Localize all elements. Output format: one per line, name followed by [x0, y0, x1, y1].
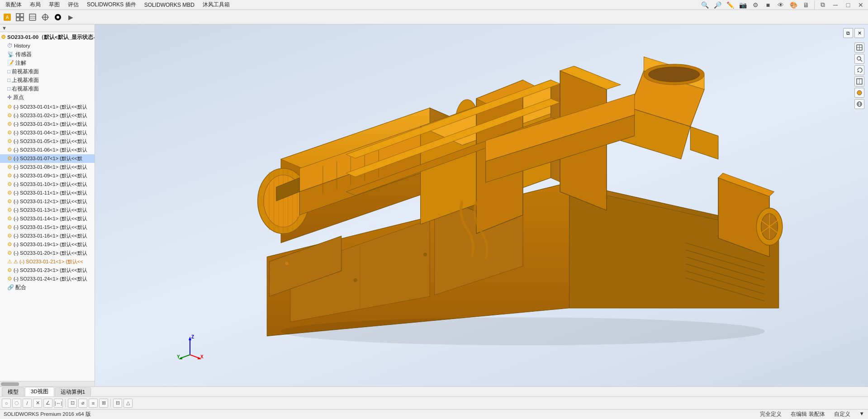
svg-text:Y: Y [177, 354, 180, 359]
part-icon-p21: ⚠ [7, 258, 12, 266]
tree-item-p20[interactable]: ⚙(-) SO233-01-20<1> (默认<<默认 [0, 249, 95, 257]
tree-item-p16[interactable]: ⚙(-) SO233-01-16<1> (默认<<默认 [0, 232, 95, 240]
pencil-icon[interactable]: ✏️ [725, 0, 735, 10]
tree-item-p05[interactable]: ⚙(-) SO233-01-05<1> (默认<<默认 [0, 137, 95, 146]
part-icon-p11: ⚙ [7, 189, 12, 197]
rotate-icon[interactable] [854, 65, 864, 75]
zoom-icon[interactable] [854, 54, 864, 64]
globe-icon[interactable] [854, 99, 864, 109]
menu-sw-mbd[interactable]: SOLIDWORKS MBD [141, 1, 198, 9]
sensor-label: 传感器 [15, 51, 32, 58]
camera-icon[interactable]: 📷 [737, 0, 748, 10]
svg-rect-3 [20, 14, 24, 17]
toolbar-more-icon[interactable]: ▶ [65, 12, 76, 23]
bt-angle-icon[interactable]: ∠ [43, 399, 52, 408]
maximize-icon[interactable]: □ [843, 0, 854, 10]
part-icon-p15: ⚙ [7, 224, 12, 231]
bt-line-icon[interactable]: / [23, 399, 32, 408]
tree-item-p02[interactable]: ⚙(-) SO233-01-02<1> (默认<<默认 [0, 111, 95, 120]
viewport-maximize-icon[interactable]: ⧉ [843, 28, 853, 38]
status-dropdown[interactable]: ▼ [859, 411, 864, 418]
tree-item-top-plane[interactable]: □ 上视基准面 [0, 76, 95, 85]
part-icon-p03: ⚙ [7, 120, 12, 128]
menu-evaluate[interactable]: 评估 [64, 0, 82, 10]
bt-measure-icon[interactable]: ⌀ [78, 399, 87, 408]
tree-item-sensor[interactable]: 📡 传感器 [0, 50, 95, 59]
bt-circle-icon[interactable]: ○ [2, 399, 11, 408]
tree-item-p06[interactable]: ⚙(-) SO233-01-06<1> (默认<<默认 [0, 146, 95, 154]
tree-item-p15[interactable]: ⚙(-) SO233-01-15<1> (默认<<默认 [0, 223, 95, 232]
tree-item-p13[interactable]: ⚙(-) SO233-01-13<1> (默认<<默认 [0, 206, 95, 214]
filter-icon[interactable]: ▼ [2, 25, 7, 31]
tab-motion[interactable]: 运动算例1 [55, 387, 91, 396]
tree-item-p03[interactable]: ⚙(-) SO233-01-03<1> (默认<<默认 [0, 120, 95, 129]
tree-item-p19[interactable]: ⚙(-) SO233-01-19<1> (默认<<默认 [0, 240, 95, 249]
toolbar-grid-icon[interactable] [14, 12, 25, 23]
bt-cross-icon[interactable]: ✕ [33, 399, 42, 408]
tree-item-p23[interactable]: ⚙(-) SO233-01-23<1> (默认<<默认 [0, 266, 95, 275]
bt-sep1 [65, 399, 66, 407]
tree-item-notes[interactable]: 📝 注解 [0, 59, 95, 67]
bt-dim2-icon[interactable]: ≡ [89, 399, 98, 408]
tree-item-front-plane[interactable]: □ 前视基准面 [0, 67, 95, 76]
bt-dim1-icon[interactable]: |↔| [54, 399, 63, 408]
svg-point-95 [857, 90, 862, 95]
tree-item-p21[interactable]: ⚠⚠ (-) SO233-01-21<1> (默认<< [0, 257, 95, 266]
viewport-close-icon[interactable]: ✕ [854, 28, 864, 38]
tab-model[interactable]: 模型 [2, 387, 24, 396]
tree-item-root[interactable]: ⚙ SO233-01-00（默认<默认_显示状态-1> [0, 33, 95, 42]
bt-constraint-icon[interactable]: ⊞ [99, 399, 108, 408]
left-scrollbar[interactable] [0, 381, 95, 386]
tree-item-mating[interactable]: 🔗 配合 [0, 283, 95, 292]
tree-item-p08[interactable]: ⚙(-) SO233-01-08<1> (默认<<默认 [0, 163, 95, 171]
bt-triangle-icon[interactable]: △ [123, 399, 133, 408]
eye-icon[interactable]: 👁 [775, 0, 786, 10]
search2-icon[interactable]: 🔎 [712, 0, 723, 10]
part-icon-p08: ⚙ [7, 163, 12, 171]
origin-icon: ✛ [7, 94, 12, 101]
tree-item-p10[interactable]: ⚙(-) SO233-01-10<1> (默认<<默认 [0, 180, 95, 189]
display-icon[interactable]: 🖥 [801, 0, 811, 10]
svg-marker-92 [858, 71, 859, 72]
close-icon[interactable]: ✕ [855, 0, 866, 10]
settings-icon[interactable]: ⚙ [750, 0, 761, 10]
scroll-thumb[interactable] [1, 382, 19, 386]
tree-item-origin[interactable]: ✛ 原点 [0, 93, 95, 102]
color-wheel-icon[interactable]: 🎨 [788, 0, 799, 10]
cube-icon[interactable]: ■ [763, 0, 773, 10]
toolbar-assemble-icon[interactable]: A [2, 12, 13, 23]
tree-item-p11[interactable]: ⚙(-) SO233-01-11<1> (默认<<默认 [0, 189, 95, 197]
tab-3d[interactable]: 3D视图 [25, 387, 54, 396]
tree-item-p12[interactable]: ⚙(-) SO233-01-12<1> (默认<<默认 [0, 197, 95, 206]
menu-sketch[interactable]: 草图 [45, 0, 63, 10]
bt-arc-icon[interactable]: ◌ [12, 399, 21, 408]
viewport[interactable]: ⊠ Z X [95, 24, 868, 386]
menu-layout[interactable]: 布局 [26, 0, 44, 10]
view-orientation-icon[interactable] [854, 43, 864, 52]
toolbar-crosshair-icon[interactable] [40, 12, 51, 23]
menu-assemble[interactable]: 装配体 [2, 0, 25, 10]
search-icon[interactable]: 🔍 [699, 0, 710, 10]
minimize-icon[interactable]: ─ [830, 0, 841, 10]
tree-item-p09[interactable]: ⚙(-) SO233-01-09<1> (默认<<默认 [0, 171, 95, 180]
menu-mufeng[interactable]: 沐风工具箱 [199, 0, 233, 10]
bt-snap-icon[interactable]: ⊡ [68, 399, 77, 408]
tree-item-p24[interactable]: ⚙(-) SO233-01-24<1> (默认<<默认 [0, 275, 95, 283]
status-custom[interactable]: 自定义 [834, 411, 850, 418]
menu-sw-plugin[interactable]: SOLIDWORKS 插件 [83, 0, 140, 10]
window-restore-icon[interactable]: ⧉ [817, 0, 828, 10]
tree-item-right-plane[interactable]: □ 右视基准面 [0, 85, 95, 93]
tree-item-p14[interactable]: ⚙(-) SO233-01-14<1> (默认<<默认 [0, 214, 95, 223]
part-label-p01: (-) SO233-01-01<1> (默认<<默认 [14, 103, 87, 111]
display-mode-icon[interactable] [854, 88, 864, 98]
bt-grid-icon[interactable]: ⊟ [113, 399, 122, 408]
svg-point-21 [423, 252, 427, 256]
section-view-icon[interactable] [854, 76, 864, 86]
tree-item-history[interactable]: ⏱ History [0, 42, 95, 50]
tree-item-p01[interactable]: ⚙(-) SO233-01-01<1> (默认<<默认 [0, 103, 95, 111]
toolbar-layers-icon[interactable] [27, 12, 38, 23]
tree-item-p04[interactable]: ⚙(-) SO233-01-04<1> (默认<<默认 [0, 129, 95, 137]
toolbar-color-icon[interactable] [52, 12, 63, 23]
main-layout: ▼ ⚙ SO233-01-00（默认<默认_显示状态-1> ⏱ History … [0, 24, 868, 386]
tree-item-p07[interactable]: ⚙(-) SO233-01-07<1> (默认<<默 [0, 154, 95, 163]
